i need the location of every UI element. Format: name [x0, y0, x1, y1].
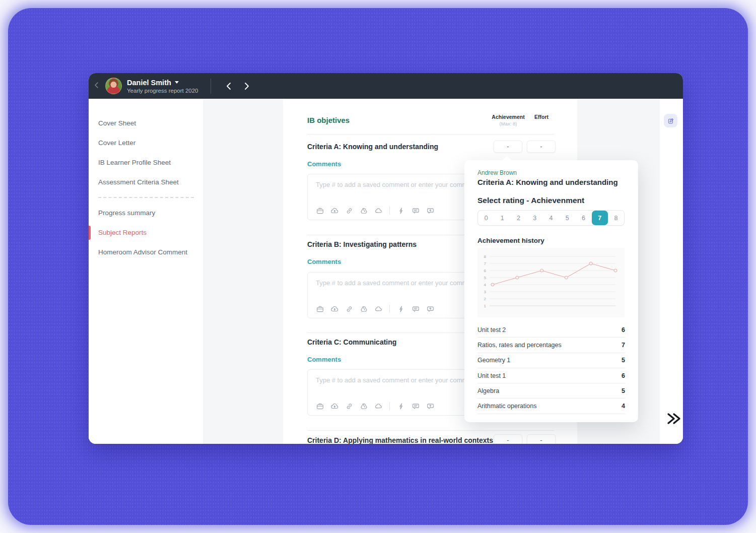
edit-report-button[interactable] [664, 114, 677, 127]
assessment-score: 6 [622, 326, 625, 334]
rating-option[interactable]: 7 [592, 211, 608, 225]
list-item: Unit test 2 6 [477, 322, 625, 338]
add-comment-icon[interactable] [426, 402, 435, 411]
criteria-d-effort-button[interactable]: - [527, 434, 556, 444]
assessment-name: Unit test 1 [477, 372, 506, 379]
rating-option[interactable]: 5 [559, 211, 575, 225]
upload-cloud-icon[interactable] [330, 304, 339, 313]
sidebar-item-assessment-criteria[interactable]: Assessment Criteria Sheet [98, 177, 198, 187]
achievement-max-note: (Max: 8) [485, 121, 532, 126]
rating-option[interactable]: 2 [510, 211, 526, 225]
criteria-a-achievement-button[interactable]: - [494, 141, 522, 153]
link-icon[interactable] [345, 206, 354, 215]
select-rating-label: Select rating - Achievenment [477, 196, 584, 205]
svg-text:4: 4 [484, 283, 487, 287]
achievement-history-chart: 12345678 [477, 248, 625, 317]
cloud-icon[interactable] [374, 304, 383, 313]
svg-text:6: 6 [484, 269, 487, 273]
comment-toolbar [315, 304, 435, 313]
saved-comments-icon[interactable] [411, 402, 420, 411]
page-nav [223, 81, 252, 92]
header-rule [307, 134, 554, 135]
sidebar-item-cover-sheet[interactable]: Cover Sheet [98, 118, 198, 128]
toolbox-icon[interactable] [315, 304, 324, 313]
criteria-b-label: Criteria B: Investigating patterns [307, 240, 417, 248]
saved-comments-icon[interactable] [411, 304, 420, 313]
prev-page-button[interactable] [223, 81, 234, 92]
back-chevron-icon[interactable] [89, 82, 104, 91]
cloud-icon[interactable] [374, 402, 383, 411]
assessment-score: 4 [622, 403, 625, 410]
sidebar-item-subject-reports[interactable]: Subject Reports [98, 228, 198, 237]
rating-option[interactable]: 0 [478, 211, 494, 225]
assessment-name: Ratios, rates and percentages [477, 342, 562, 349]
toolbox-icon[interactable] [315, 206, 324, 215]
assessment-list: Unit test 2 6 Ratios, rates and percenta… [477, 322, 625, 414]
assessment-score: 5 [622, 387, 625, 394]
link-icon[interactable] [345, 402, 354, 411]
right-rail [660, 99, 683, 444]
svg-text:3: 3 [484, 290, 487, 294]
sidebar-item-cover-letter[interactable]: Cover Letter [98, 138, 198, 148]
criteria-a-effort-button[interactable]: - [527, 141, 556, 153]
sidebar-item-progress-summary[interactable]: Progress summary [98, 208, 198, 218]
add-comment-icon[interactable] [426, 304, 435, 313]
rating-option[interactable]: 8 [608, 211, 624, 225]
toolbar-divider [389, 305, 390, 313]
edit-pencil-icon [667, 117, 674, 124]
student-identity[interactable]: Daniel Smith Yearly progress report 2020 [127, 79, 198, 94]
list-item: Arithmatic operations 4 [477, 398, 625, 414]
add-comment-icon[interactable] [426, 206, 435, 215]
svg-text:8: 8 [484, 254, 487, 259]
svg-text:2: 2 [484, 297, 487, 301]
achievement-history-title: Achievement history [477, 237, 544, 244]
google-drive-icon[interactable] [359, 206, 368, 215]
assessment-score: 7 [622, 342, 625, 349]
lightning-icon[interactable] [396, 304, 405, 313]
google-drive-icon[interactable] [359, 402, 368, 411]
lightning-icon[interactable] [396, 402, 405, 411]
criteria-d-achievement-button[interactable]: - [494, 434, 522, 444]
sidebar-dashed-divider [98, 197, 194, 198]
list-item: Geometry 1 5 [477, 353, 625, 368]
rating-option[interactable]: 1 [494, 211, 510, 225]
rating-option[interactable]: 6 [575, 211, 591, 225]
student-avatar[interactable] [105, 78, 122, 94]
toolbox-icon[interactable] [315, 402, 324, 411]
criteria-b-comments-label: Comments [307, 258, 341, 265]
google-drive-icon[interactable] [359, 304, 368, 313]
rating-option[interactable]: 4 [543, 211, 559, 225]
saved-comments-icon[interactable] [411, 206, 420, 215]
sidebar-item-ib-learner-profile[interactable]: IB Learner Profile Sheet [98, 158, 198, 167]
section-rule [307, 430, 554, 431]
upload-cloud-icon[interactable] [330, 402, 339, 411]
collapse-panel-button[interactable] [664, 410, 682, 428]
report-title: Yearly progress report 2020 [127, 88, 198, 94]
toolbar-divider [389, 402, 390, 410]
sidebar-item-homeroom-advisor[interactable]: Homeroom Advisor Comment [98, 247, 198, 257]
comment-toolbar [315, 402, 435, 411]
effort-column-header: Effort [524, 114, 559, 120]
popover-student-name: Andrew Brown [477, 169, 517, 176]
app-window: Daniel Smith Yearly progress report 2020… [89, 73, 683, 444]
upload-cloud-icon[interactable] [330, 206, 339, 215]
svg-text:7: 7 [484, 261, 487, 266]
lightning-icon[interactable] [396, 206, 405, 215]
list-item: Ratios, rates and percentages 7 [477, 338, 625, 353]
chevron-down-icon [175, 81, 179, 84]
header-divider [211, 79, 211, 94]
rating-option[interactable]: 3 [527, 211, 543, 225]
list-item: Algebra 5 [477, 383, 625, 398]
page-title: IB objetives [307, 116, 350, 124]
assessment-name: Geometry 1 [477, 357, 510, 364]
double-chevron-right-icon [664, 410, 682, 428]
screenshot-stage: Daniel Smith Yearly progress report 2020… [0, 0, 756, 533]
cloud-icon[interactable] [374, 206, 383, 215]
assessment-name: Unit test 2 [477, 326, 506, 334]
assessment-name: Algebra [477, 387, 499, 394]
active-item-indicator [89, 226, 91, 240]
student-name: Daniel Smith [127, 79, 171, 87]
link-icon[interactable] [345, 304, 354, 313]
next-page-button[interactable] [241, 81, 252, 92]
list-item: Unit test 1 6 [477, 368, 625, 383]
